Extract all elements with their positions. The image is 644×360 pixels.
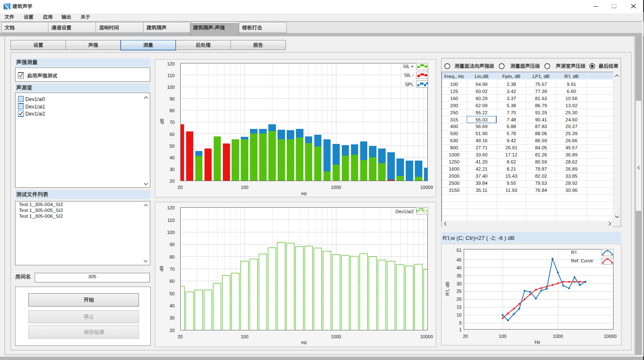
svg-text:60: 60 (169, 279, 174, 284)
svg-text:55.03: 55.03 (475, 117, 487, 122)
svg-text:20: 20 (177, 185, 182, 190)
svg-text:100: 100 (241, 334, 248, 339)
svg-text:6.60: 6.60 (567, 89, 576, 94)
svg-text:250: 250 (450, 110, 458, 115)
svg-text:R'I, dB: R'I, dB (564, 74, 578, 79)
svg-text:Hz: Hz (301, 191, 307, 196)
svg-text:20: 20 (177, 334, 182, 339)
svg-text:3.42: 3.42 (507, 89, 516, 94)
svg-text:13.92: 13.92 (566, 103, 578, 108)
svg-text:87.83: 87.83 (535, 124, 547, 129)
svg-text:15.43: 15.43 (505, 174, 518, 179)
svg-text:26.91: 26.91 (505, 145, 518, 150)
svg-text:Ref. Curve: Ref. Curve (571, 258, 593, 263)
svg-text:24.60: 24.60 (566, 117, 578, 122)
svg-text:40: 40 (457, 265, 462, 270)
svg-text:dB: dB (159, 266, 164, 272)
svg-text:70: 70 (169, 120, 174, 125)
svg-text:125: 125 (450, 89, 458, 94)
svg-text:60: 60 (169, 132, 174, 137)
svg-text:1600: 1600 (449, 166, 460, 171)
svg-text:2.38: 2.38 (507, 82, 516, 87)
svg-text:49.16: 49.16 (475, 138, 487, 143)
svg-text:1000: 1000 (449, 152, 460, 157)
svg-text:90: 90 (169, 242, 174, 247)
svg-text:Test 1_305-006_SI2: Test 1_305-006_SI2 (19, 213, 63, 219)
svg-text:7.70: 7.70 (507, 110, 516, 115)
svg-text:R'I, dB: R'I, dB (445, 282, 450, 296)
svg-text:8.21: 8.21 (507, 166, 516, 171)
svg-text:25.30: 25.30 (566, 110, 578, 115)
svg-text:76.84: 76.84 (535, 188, 547, 193)
svg-text:79.53: 79.53 (535, 181, 547, 186)
svg-text:40: 40 (169, 303, 174, 308)
svg-text:160: 160 (450, 96, 458, 101)
svg-text:20: 20 (169, 328, 174, 333)
svg-text:82.02: 82.02 (535, 174, 547, 179)
svg-text:Hz: Hz (535, 340, 540, 345)
svg-text:100: 100 (450, 82, 458, 87)
svg-text:26.89: 26.89 (566, 166, 578, 171)
svg-text:LIn,dB: LIn,dB (475, 74, 489, 79)
svg-text:2000: 2000 (449, 174, 460, 179)
svg-text:90: 90 (169, 96, 174, 101)
svg-text:3150: 3150 (449, 188, 460, 193)
svg-text:200: 200 (450, 103, 458, 108)
svg-text:33.85: 33.85 (566, 174, 578, 179)
svg-text:70: 70 (169, 267, 174, 272)
svg-text:30: 30 (457, 281, 462, 286)
svg-text:R'I,w (C; Ctr)=27 ( -2; -6 ) d: R'I,w (C; Ctr)=27 ( -2; -6 ) dB (443, 235, 515, 241)
svg-text:45.57: 45.57 (566, 145, 578, 150)
svg-text:91.29: 91.29 (535, 110, 547, 115)
svg-text:20: 20 (463, 334, 468, 339)
svg-text:7.48: 7.48 (507, 117, 516, 122)
svg-text:37.40: 37.40 (475, 174, 487, 179)
svg-text:60.29: 60.29 (475, 96, 487, 101)
svg-text:1000: 1000 (553, 334, 563, 339)
svg-text:28.92: 28.92 (566, 181, 578, 186)
svg-text:75.67: 75.67 (535, 82, 547, 87)
svg-text:42.21: 42.21 (475, 166, 487, 171)
svg-text:30.96: 30.96 (566, 188, 578, 193)
svg-text:1: 1 (459, 327, 462, 332)
svg-text:25: 25 (457, 289, 462, 294)
svg-text:9.55: 9.55 (507, 181, 516, 186)
svg-text:1000: 1000 (331, 185, 341, 190)
svg-text:10.56: 10.56 (566, 96, 578, 101)
svg-text:81.26: 81.26 (535, 152, 547, 157)
svg-text:Dev1/ai1: Dev1/ai1 (25, 104, 45, 110)
svg-text:26.66: 26.66 (566, 138, 578, 143)
svg-text:50: 50 (169, 143, 174, 149)
svg-text:30: 30 (169, 167, 174, 172)
svg-text:39.84: 39.84 (475, 181, 487, 186)
svg-text:SIL +: SIL + (403, 64, 414, 69)
svg-text:R'I: R'I (571, 250, 576, 255)
svg-text:28.62: 28.62 (566, 159, 578, 164)
svg-text:3.37: 3.37 (507, 96, 516, 101)
svg-text:9.42: 9.42 (507, 138, 516, 143)
svg-text:81.63: 81.63 (535, 96, 547, 101)
svg-text:36.89: 36.89 (566, 152, 578, 157)
svg-text:20.37: 20.37 (566, 124, 578, 129)
svg-text:41.20: 41.20 (475, 159, 487, 164)
svg-text:SPL: SPL (405, 82, 414, 87)
svg-text:88.06: 88.06 (535, 131, 547, 136)
svg-text:5: 5 (459, 320, 462, 325)
svg-text:15: 15 (457, 305, 462, 310)
svg-text:100: 100 (499, 334, 506, 339)
svg-text:55.22: 55.22 (475, 110, 487, 115)
svg-text:500: 500 (450, 131, 458, 136)
svg-text:56.69: 56.69 (475, 124, 487, 129)
svg-text:10: 10 (457, 312, 462, 317)
svg-text:80: 80 (169, 254, 174, 259)
svg-text:35: 35 (457, 273, 462, 278)
svg-text:5.78: 5.78 (507, 131, 516, 136)
svg-text:Freq., Hz: Freq., Hz (444, 74, 465, 79)
svg-text:80: 80 (169, 108, 174, 113)
svg-text:10000: 10000 (604, 334, 617, 339)
svg-text:8.62: 8.62 (507, 159, 516, 164)
svg-text:35.11: 35.11 (476, 188, 487, 193)
svg-text:100: 100 (241, 185, 248, 190)
svg-text:27.71: 27.71 (475, 145, 487, 150)
svg-text:86.59: 86.59 (535, 138, 547, 143)
